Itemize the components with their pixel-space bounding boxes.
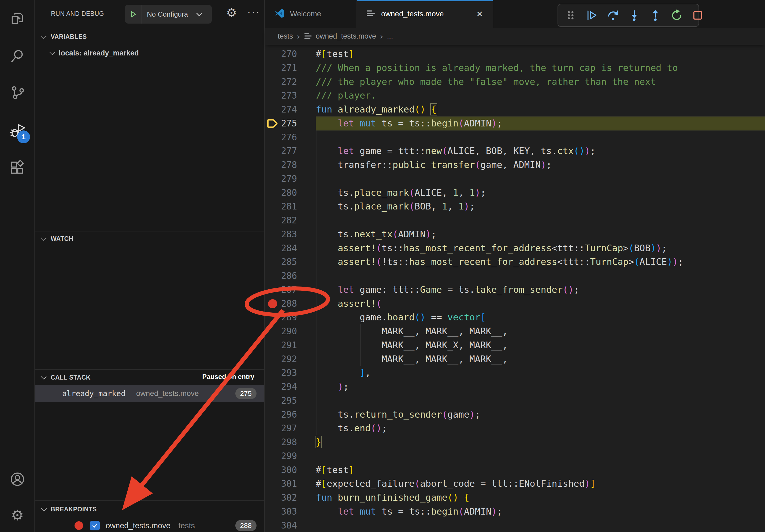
- line-number[interactable]: 280: [265, 186, 316, 200]
- code-line-274[interactable]: 274fun already_marked() {: [265, 103, 765, 117]
- line-number[interactable]: 301: [265, 477, 316, 491]
- code-line-271[interactable]: 271/// When a position is already marked…: [265, 61, 765, 75]
- code-line-304[interactable]: 304: [265, 519, 765, 532]
- code-line-297[interactable]: 297 ts.end();: [265, 421, 765, 435]
- line-number[interactable]: 285: [265, 255, 316, 269]
- code-line-300[interactable]: 300#[test]: [265, 463, 765, 477]
- code-line-275[interactable]: 275 let mut ts = ts::begin(ADMIN);: [265, 117, 765, 131]
- code-line-288[interactable]: 288 assert!(: [265, 297, 765, 311]
- line-number[interactable]: 300: [265, 463, 316, 477]
- explorer-icon[interactable]: [10, 11, 25, 26]
- restart-button[interactable]: [670, 9, 683, 21]
- code-line-280[interactable]: 280 ts.place_mark(ALICE, 1, 1);: [265, 186, 765, 200]
- code-line-295[interactable]: 295: [265, 394, 765, 408]
- step-over-button[interactable]: [607, 9, 619, 21]
- code-line-282[interactable]: 282: [265, 213, 765, 227]
- code-line-290[interactable]: 290 MARK__, MARK__, MARK__,: [265, 324, 765, 338]
- code-line-302[interactable]: 302fun burn_unfinished_game() {: [265, 491, 765, 505]
- line-number[interactable]: 291: [265, 338, 316, 352]
- continue-button[interactable]: [586, 9, 598, 21]
- step-out-button[interactable]: [649, 9, 661, 21]
- line-number[interactable]: 270: [265, 47, 316, 61]
- line-number[interactable]: 293: [265, 366, 316, 380]
- variables-section-header[interactable]: VARIABLES: [35, 30, 264, 43]
- breakpoint-dot-icon[interactable]: [268, 299, 277, 308]
- tab-owned-tests-move[interactable]: owned_tests.move ✕: [357, 0, 493, 28]
- line-number[interactable]: 279: [265, 172, 316, 186]
- line-number[interactable]: 292: [265, 352, 316, 366]
- line-number[interactable]: 273: [265, 89, 316, 103]
- more-actions-icon[interactable]: ···: [247, 6, 260, 18]
- code-line-286[interactable]: 286: [265, 269, 765, 283]
- code-line-281[interactable]: 281 ts.place_mark(BOB, 1, 1);: [265, 199, 765, 213]
- line-number[interactable]: 287: [265, 283, 316, 297]
- code-line-291[interactable]: 291 MARK__, MARK_X, MARK__,: [265, 338, 765, 352]
- line-number[interactable]: 284: [265, 241, 316, 255]
- code-line-287[interactable]: 287 let game: ttt::Game = ts.take_from_s…: [265, 283, 765, 297]
- code-line-299[interactable]: 299: [265, 449, 765, 463]
- breakpoint-list-item[interactable]: owned_tests.move tests 288: [35, 518, 264, 532]
- code-line-272[interactable]: 272/// the player who made the "false" m…: [265, 75, 765, 89]
- line-number[interactable]: 278: [265, 158, 316, 172]
- start-debug-play-icon[interactable]: [125, 5, 142, 24]
- locals-scope-row[interactable]: locals: already_marked: [35, 46, 264, 60]
- gear-icon[interactable]: ⚙: [10, 508, 25, 523]
- step-into-button[interactable]: [628, 9, 640, 21]
- code-line-276[interactable]: 276: [265, 131, 765, 144]
- source-control-icon[interactable]: [10, 85, 25, 101]
- code-line-289[interactable]: 289 game.board() == vector[: [265, 311, 765, 324]
- debug-settings-gear-icon[interactable]: ⚙: [226, 7, 237, 19]
- line-number[interactable]: 304: [265, 519, 316, 532]
- code-line-279[interactable]: 279: [265, 172, 765, 186]
- line-number[interactable]: 299: [265, 449, 316, 463]
- line-number[interactable]: 297: [265, 421, 316, 435]
- line-number[interactable]: 283: [265, 227, 316, 241]
- code-line-292[interactable]: 292 MARK__, MARK__, MARK__,: [265, 352, 765, 366]
- code-line-293[interactable]: 293 ],: [265, 366, 765, 380]
- line-number[interactable]: 276: [265, 131, 316, 144]
- code-line-285[interactable]: 285 assert!(!ts::has_most_recent_for_add…: [265, 255, 765, 269]
- line-number[interactable]: 303: [265, 505, 316, 519]
- code-line-298[interactable]: 298}: [265, 435, 765, 449]
- code-line-301[interactable]: 301#[expected_failure(abort_code = ttt::…: [265, 477, 765, 491]
- code-line-284[interactable]: 284 assert!(ts::has_most_recent_for_addr…: [265, 241, 765, 255]
- tab-welcome[interactable]: Welcome: [265, 0, 357, 28]
- stop-button[interactable]: [692, 9, 704, 21]
- search-icon[interactable]: [10, 48, 25, 64]
- code-line-303[interactable]: 303 let mut ts = ts::begin(ADMIN);: [265, 505, 765, 519]
- call-stack-frame-row[interactable]: already_marked owned_tests.move 275: [35, 385, 264, 402]
- breakpoint-checkbox[interactable]: [90, 521, 100, 530]
- code-line-294[interactable]: 294 );: [265, 380, 765, 394]
- code-line-277[interactable]: 277 let game = ttt::new(ALICE, BOB, KEY,…: [265, 144, 765, 158]
- line-number[interactable]: 288: [265, 297, 316, 311]
- line-number[interactable]: 289: [265, 311, 316, 324]
- line-number[interactable]: 272: [265, 75, 316, 89]
- line-number[interactable]: 275: [265, 117, 316, 131]
- code-editor[interactable]: 270#[test]271/// When a position is alre…: [265, 45, 765, 532]
- line-number[interactable]: 277: [265, 144, 316, 158]
- drag-grip-icon[interactable]: [564, 9, 577, 21]
- line-number[interactable]: 286: [265, 269, 316, 283]
- tab-label[interactable]: owned_tests.move: [381, 10, 443, 18]
- line-number[interactable]: 294: [265, 380, 316, 394]
- tab-label[interactable]: Welcome: [290, 10, 321, 18]
- line-number[interactable]: 271: [265, 61, 316, 75]
- code-line-270[interactable]: 270#[test]: [265, 47, 765, 61]
- code-line-283[interactable]: 283 ts.next_tx(ADMIN);: [265, 227, 765, 241]
- config-dropdown-label[interactable]: No Configura: [147, 10, 196, 19]
- line-number[interactable]: 298: [265, 435, 316, 449]
- breakpoints-section-header[interactable]: BREAKPOINTS: [35, 502, 264, 516]
- line-number[interactable]: 290: [265, 324, 316, 338]
- line-number[interactable]: 295: [265, 394, 316, 408]
- debug-config-dropdown[interactable]: No Configura: [125, 5, 212, 24]
- extensions-icon[interactable]: [10, 160, 25, 175]
- watch-section-header[interactable]: WATCH: [35, 232, 264, 245]
- breadcrumb-item-more[interactable]: ...: [387, 32, 393, 40]
- line-number[interactable]: 281: [265, 199, 316, 213]
- line-number[interactable]: 274: [265, 103, 316, 117]
- code-line-278[interactable]: 278 transfer::public_transfer(game, ADMI…: [265, 158, 765, 172]
- line-number[interactable]: 302: [265, 491, 316, 505]
- breadcrumb-item-tests[interactable]: tests: [278, 32, 293, 40]
- close-icon[interactable]: ✕: [476, 9, 483, 19]
- code-line-273[interactable]: 273/// player.: [265, 89, 765, 103]
